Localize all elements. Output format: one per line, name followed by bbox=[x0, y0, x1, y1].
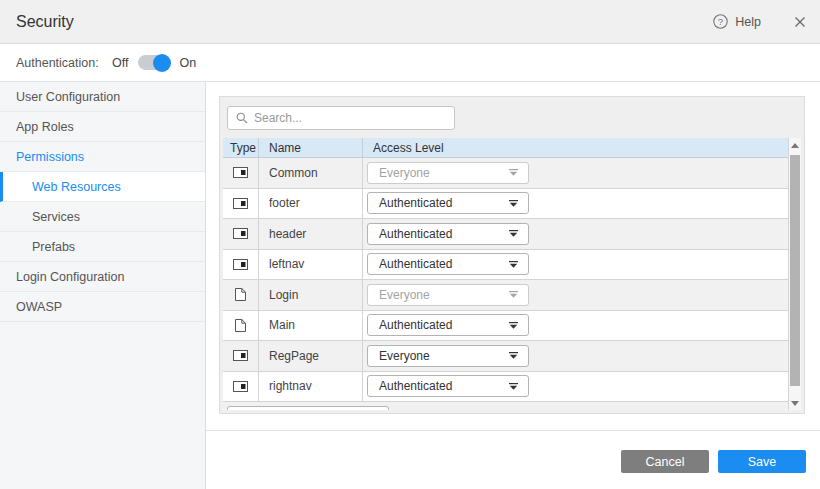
access-level-dropdown[interactable]: Authenticated bbox=[367, 314, 529, 336]
resource-name: Main bbox=[259, 311, 363, 341]
type-cell bbox=[223, 250, 259, 280]
authentication-label: Authentication: bbox=[16, 56, 112, 70]
page-icon bbox=[235, 319, 246, 332]
sidebar-item-login-configuration[interactable]: Login Configuration bbox=[0, 262, 205, 292]
help-icon: ? bbox=[713, 14, 728, 29]
access-level-value: Everyone bbox=[379, 349, 430, 363]
type-cell bbox=[223, 189, 259, 219]
chevron-down-icon bbox=[509, 352, 518, 359]
access-level-value: Authenticated bbox=[379, 379, 452, 393]
resource-name: Login bbox=[259, 280, 363, 310]
sidebar-item-label: Web Resources bbox=[32, 180, 121, 194]
access-level-value: Everyone bbox=[379, 166, 430, 180]
access-level-dropdown[interactable]: Everyone bbox=[367, 162, 529, 184]
sidebar-item-user-configuration[interactable]: User Configuration bbox=[0, 82, 205, 112]
save-button[interactable]: Save bbox=[718, 450, 806, 473]
partial-icon bbox=[233, 198, 248, 209]
access-level-dropdown[interactable]: Authenticated bbox=[367, 253, 529, 275]
scroll-up-icon[interactable] bbox=[789, 138, 801, 152]
access-cell: Everyone bbox=[363, 280, 788, 310]
main-content: Type Name Access Level Common bbox=[206, 82, 820, 489]
toggle-off-label: Off bbox=[112, 56, 128, 70]
resource-name: footer bbox=[259, 189, 363, 219]
access-level-value: Authenticated bbox=[379, 196, 452, 210]
access-level-dropdown[interactable] bbox=[227, 406, 389, 410]
column-header-name: Name bbox=[259, 138, 363, 157]
toggle-on-label: On bbox=[179, 56, 196, 70]
sidebar-item-web-resources[interactable]: Web Resources bbox=[0, 172, 205, 202]
partial-icon bbox=[233, 167, 248, 178]
access-cell: Authenticated bbox=[363, 311, 788, 341]
sidebar-item-label: Login Configuration bbox=[16, 270, 124, 284]
access-cell: Authenticated bbox=[363, 189, 788, 219]
resource-name: Common bbox=[259, 158, 363, 188]
chevron-down-icon bbox=[509, 169, 518, 176]
access-level-dropdown[interactable]: Authenticated bbox=[367, 375, 529, 397]
access-level-dropdown[interactable]: Everyone bbox=[367, 284, 529, 306]
type-cell bbox=[223, 219, 259, 249]
resource-name: rightnav bbox=[259, 372, 363, 402]
sidebar-item-owasp[interactable]: OWASP bbox=[0, 292, 205, 322]
table-row-rightnav[interactable]: rightnav Authenticated bbox=[223, 372, 788, 403]
access-level-dropdown[interactable]: Authenticated bbox=[367, 192, 529, 214]
chevron-down-icon bbox=[509, 291, 518, 298]
help-button[interactable]: ? Help bbox=[713, 14, 761, 29]
table-row-main[interactable]: Main Authenticated bbox=[223, 311, 788, 342]
sidebar-item-permissions[interactable]: Permissions bbox=[0, 142, 205, 172]
access-level-dropdown[interactable]: Everyone bbox=[367, 345, 529, 367]
table-row-common[interactable]: Common Everyone bbox=[223, 158, 788, 189]
cancel-button[interactable]: Cancel bbox=[621, 450, 709, 473]
table-row-regpage[interactable]: RegPage Everyone bbox=[223, 341, 788, 372]
sidebar-item-label: User Configuration bbox=[16, 90, 120, 104]
table-row-login[interactable]: Login Everyone bbox=[223, 280, 788, 311]
search-icon bbox=[236, 112, 248, 124]
resources-table: Type Name Access Level Common bbox=[223, 138, 801, 410]
access-cell: Everyone bbox=[363, 158, 788, 188]
table-row-header[interactable]: header Authenticated bbox=[223, 219, 788, 250]
close-icon bbox=[794, 16, 806, 28]
type-cell bbox=[223, 372, 259, 402]
resource-name: header bbox=[259, 219, 363, 249]
chevron-down-icon bbox=[509, 322, 518, 329]
table-columns: Type Name Access Level Common bbox=[223, 138, 788, 410]
access-cell: Authenticated bbox=[363, 372, 788, 402]
page-title: Security bbox=[16, 13, 713, 31]
table-header: Type Name Access Level bbox=[223, 138, 788, 158]
sidebar: User Configuration App Roles Permissions… bbox=[0, 82, 206, 489]
vertical-scrollbar[interactable] bbox=[788, 138, 801, 410]
sidebar-item-label: OWASP bbox=[16, 300, 62, 314]
access-level-dropdown[interactable]: Authenticated bbox=[367, 223, 529, 245]
column-header-access-level: Access Level bbox=[363, 138, 788, 157]
partial-icon bbox=[233, 350, 248, 361]
search-input[interactable] bbox=[254, 107, 454, 129]
table-row-clipped bbox=[223, 402, 788, 410]
access-cell: Everyone bbox=[363, 341, 788, 371]
access-level-value: Everyone bbox=[379, 288, 430, 302]
resource-name: RegPage bbox=[259, 341, 363, 371]
type-cell bbox=[223, 280, 259, 310]
sidebar-item-label: App Roles bbox=[16, 120, 74, 134]
svg-text:?: ? bbox=[718, 16, 723, 27]
sidebar-item-label: Services bbox=[32, 210, 80, 224]
chevron-down-icon bbox=[509, 200, 518, 207]
table-row-footer[interactable]: footer Authenticated bbox=[223, 189, 788, 220]
title-actions: ? Help bbox=[713, 14, 806, 29]
page-icon bbox=[235, 288, 246, 301]
table-body: Common Everyone bbox=[223, 158, 788, 410]
help-label: Help bbox=[735, 15, 761, 29]
access-cell: Authenticated bbox=[363, 219, 788, 249]
sidebar-item-label: Prefabs bbox=[32, 240, 75, 254]
scroll-down-icon[interactable] bbox=[789, 396, 801, 410]
authentication-toggle[interactable] bbox=[138, 55, 169, 70]
chevron-down-icon bbox=[509, 261, 518, 268]
sidebar-item-prefabs[interactable]: Prefabs bbox=[0, 232, 205, 262]
scrollbar-thumb[interactable] bbox=[790, 155, 800, 386]
access-level-value: Authenticated bbox=[379, 318, 452, 332]
sidebar-item-app-roles[interactable]: App Roles bbox=[0, 112, 205, 142]
sidebar-item-label: Permissions bbox=[16, 150, 84, 164]
partial-icon bbox=[233, 381, 248, 392]
table-row-leftnav[interactable]: leftnav Authenticated bbox=[223, 250, 788, 281]
chevron-down-icon bbox=[509, 383, 518, 390]
sidebar-item-services[interactable]: Services bbox=[0, 202, 205, 232]
close-button[interactable] bbox=[794, 16, 806, 28]
